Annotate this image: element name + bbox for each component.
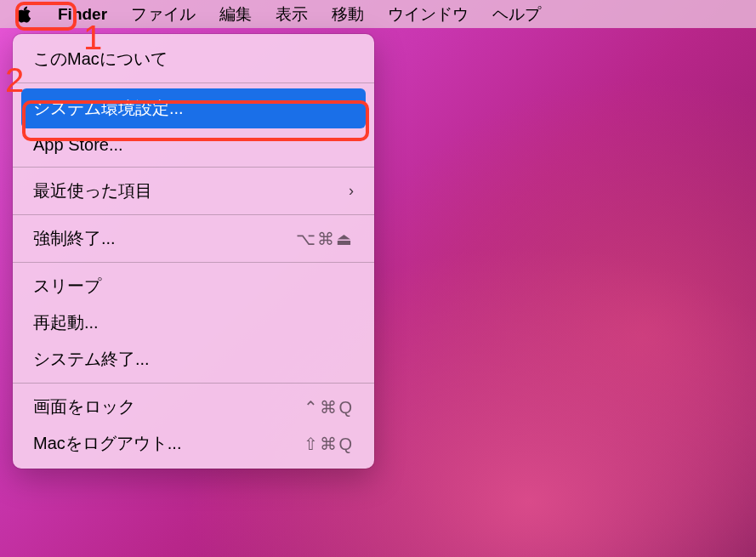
menu-system-preferences[interactable]: システム環境設定... [21,88,366,128]
menu-separator [13,262,374,263]
apple-icon [15,4,32,25]
menu-shutdown[interactable]: システム終了... [13,341,374,378]
menu-separator [13,383,374,384]
menu-label: 強制終了... [33,227,116,250]
menu-about-mac[interactable]: このMacについて [13,41,374,77]
menu-label: システム終了... [33,348,150,371]
menubar-item-view[interactable]: 表示 [264,0,320,29]
menu-separator [13,82,374,83]
menu-restart[interactable]: 再起動... [13,304,374,341]
chevron-right-icon: › [349,182,354,200]
menubar-item-go[interactable]: 移動 [320,0,376,29]
menubar: Finder ファイル 編集 表示 移動 ウインドウ ヘルプ [0,0,756,28]
menu-label: 画面をロック [33,395,135,418]
menu-label: システム環境設定... [33,97,184,120]
apple-menu-dropdown: このMacについて システム環境設定... App Store... 最近使った… [13,34,374,469]
menubar-item-help[interactable]: ヘルプ [480,0,553,29]
menu-separator [13,167,374,168]
keyboard-shortcut: ⇧⌘Q [304,434,354,454]
menu-lock-screen[interactable]: 画面をロック ⌃⌘Q [13,389,374,425]
menu-recent-items[interactable]: 最近使った項目 › [13,173,374,209]
menu-logout[interactable]: Macをログアウト... ⇧⌘Q [13,425,374,462]
menu-app-store[interactable]: App Store... [13,128,374,162]
menu-label: スリープ [33,275,101,298]
menu-label: Macをログアウト... [33,432,181,455]
keyboard-shortcut: ⌥⌘⏏ [296,229,354,249]
menu-label: 再起動... [33,311,99,334]
menubar-item-edit[interactable]: 編集 [207,0,264,29]
menubar-item-window[interactable]: ウインドウ [376,0,480,29]
menubar-item-file[interactable]: ファイル [119,0,207,29]
menu-label: App Store... [33,135,123,155]
menu-sleep[interactable]: スリープ [13,268,374,304]
apple-menu[interactable] [7,3,46,26]
keyboard-shortcut: ⌃⌘Q [304,397,354,418]
menu-label: このMacについて [33,48,168,71]
menu-separator [13,214,374,215]
menu-label: 最近使った項目 [33,179,152,202]
menubar-item-finder[interactable]: Finder [46,2,119,27]
menu-force-quit[interactable]: 強制終了... ⌥⌘⏏ [13,220,374,257]
